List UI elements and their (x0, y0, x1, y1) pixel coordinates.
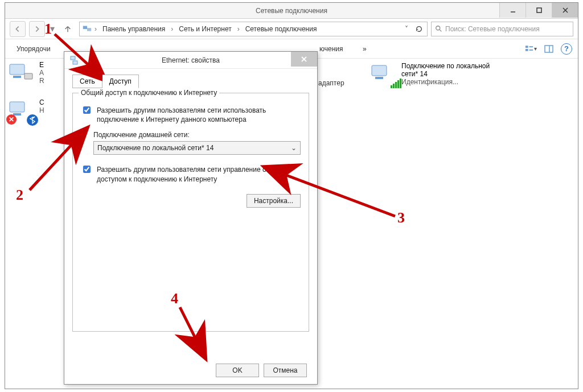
ok-button[interactable]: OK (216, 364, 259, 377)
bluetooth-connection-icon: ✕ (7, 98, 35, 121)
address-bar[interactable]: › Панель управления › Сеть и Интернет › … (79, 22, 428, 36)
wifi-connection-icon (369, 62, 397, 85)
settings-button[interactable]: Настройка... (247, 194, 301, 208)
allow-share-checkbox-row[interactable]: Разрешить другим пользователям сети испо… (81, 106, 301, 124)
annotation-number-3: 3 (397, 209, 405, 226)
dialog-title: Ethernet: свойства (162, 56, 220, 64)
chevron-down-icon: ⌄ (291, 144, 297, 152)
ethernet-properties-dialog: Ethernet: свойства Сеть Доступ Общий дос… (64, 51, 318, 385)
ethernet-sub1-fragment: А (39, 69, 44, 77)
home-network-combo-value: Подключение по локальной сети* 14 (97, 144, 214, 152)
network-icon (82, 24, 92, 34)
breadcrumb-network-internet[interactable]: Сеть и Интернет (175, 25, 235, 33)
dialog-app-icon (69, 55, 79, 65)
svg-rect-20 (375, 77, 383, 79)
allow-control-checkbox[interactable] (83, 166, 91, 173)
svg-rect-21 (71, 56, 75, 60)
dialog-titlebar: Ethernet: свойства (64, 52, 317, 69)
window-title: Сетевые подключения (256, 7, 327, 15)
svg-rect-1 (537, 8, 541, 13)
bt-name-fragment: С (39, 98, 44, 106)
bluetooth-icon (27, 114, 38, 126)
toolbar-text-behind: ючения (319, 45, 343, 53)
ics-group-legend: Общий доступ к подключению к Интернету (79, 89, 219, 97)
breadcrumb-sep-icon: › (95, 25, 97, 33)
annotation-number-1: 1 (44, 20, 52, 38)
svg-rect-17 (10, 102, 24, 112)
dialog-close-button[interactable] (291, 52, 317, 67)
breadcrumb-sep-icon: › (171, 25, 173, 33)
nav-forward-button[interactable] (29, 21, 45, 37)
breadcrumb-sep-icon: › (237, 25, 240, 33)
signal-icon (391, 79, 401, 88)
search-input[interactable]: Поиск: Сетевые подключения (431, 22, 573, 36)
svg-rect-14 (10, 64, 24, 75)
ethernet-icon (7, 61, 35, 84)
svg-rect-15 (13, 76, 21, 78)
view-options-button[interactable]: ▾ (524, 43, 537, 55)
allow-share-checkbox[interactable] (83, 106, 91, 114)
svg-rect-5 (87, 28, 91, 31)
local14-status: Идентификация... (401, 78, 490, 86)
preview-pane-button[interactable] (543, 43, 555, 55)
dialog-footer: OK Отмена (216, 364, 307, 377)
nav-up-button[interactable] (60, 21, 76, 37)
svg-rect-16 (24, 73, 32, 79)
svg-rect-12 (545, 46, 553, 52)
search-icon (435, 25, 443, 33)
svg-rect-4 (83, 26, 87, 28)
address-dropdown-button[interactable]: ˅ (401, 23, 412, 35)
dialog-tabs: Сеть Доступ (72, 75, 309, 88)
toolbar-chevrons[interactable]: » (363, 45, 367, 53)
svg-rect-22 (73, 61, 77, 64)
allow-control-checkbox-row[interactable]: Разрешить другим пользователям сети упра… (81, 165, 301, 183)
disabled-x-icon: ✕ (6, 114, 17, 125)
allow-share-label: Разрешить другим пользователям сети испо… (97, 106, 301, 124)
svg-rect-19 (372, 65, 387, 76)
local14-name-line1: Подключение по локальной (401, 62, 490, 70)
svg-point-6 (436, 26, 440, 30)
search-placeholder: Поиск: Сетевые подключения (445, 25, 540, 33)
ethernet-sub2-fragment: R (39, 77, 44, 85)
tab-access[interactable]: Доступ (102, 75, 139, 88)
svg-line-7 (440, 29, 442, 31)
svg-rect-9 (525, 49, 528, 51)
titlebar: Сетевые подключения (5, 3, 578, 19)
tab-network[interactable]: Сеть (72, 75, 102, 88)
annotation-number-4: 4 (171, 290, 178, 307)
breadcrumb-network-connections[interactable]: Сетевые подключения (242, 25, 321, 33)
help-button[interactable]: ? (561, 43, 572, 55)
bt-sub-fragment: Н (39, 106, 44, 114)
toolbar-organize[interactable]: Упорядочи (11, 43, 56, 55)
nav-back-button[interactable] (10, 21, 26, 37)
home-network-label: Подключение домашней сети: (93, 131, 301, 139)
refresh-button[interactable] (413, 23, 425, 35)
minimize-button[interactable] (499, 3, 525, 18)
ethernet-name-fragment: E (39, 61, 44, 69)
window-controls (499, 3, 578, 18)
nav-bar: ▾ › Панель управления › Сеть и Интернет … (5, 19, 578, 39)
allow-control-label: Разрешить другим пользователям сети упра… (97, 165, 301, 183)
ics-groupbox: Общий доступ к подключению к Интернету Р… (72, 93, 309, 332)
annotation-number-2: 2 (16, 187, 23, 204)
home-network-combo[interactable]: Подключение по локальной сети* 14 ⌄ (93, 141, 301, 155)
cancel-button[interactable]: Отмена (264, 364, 307, 377)
local14-name-line2: сети* 14 (401, 70, 490, 78)
breadcrumb-control-panel[interactable]: Панель управления (99, 25, 169, 33)
connection-item-local14[interactable]: Подключение по локальной сети* 14 Иденти… (369, 62, 529, 86)
maximize-button[interactable] (525, 3, 552, 18)
close-button[interactable] (552, 3, 578, 18)
middle-adapter-fragment: адаптер (318, 79, 344, 87)
svg-rect-8 (525, 46, 528, 48)
